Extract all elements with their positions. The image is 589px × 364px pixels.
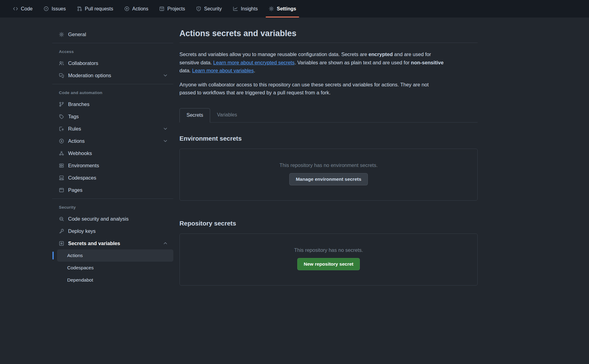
settings-sidebar: General Access Collaborators Moderation … xyxy=(52,28,173,286)
top-navigation: Code Issues Pull requests Actions Projec… xyxy=(0,0,589,17)
emphasis-text: non-sensitive xyxy=(411,60,444,65)
nav-tab-label: Pull requests xyxy=(85,6,114,12)
nav-tab-settings[interactable]: Settings xyxy=(265,0,300,17)
link-learn-more-about-variables[interactable]: Learn more about variables xyxy=(192,68,254,73)
sidebar-item-label: Deploy keys xyxy=(68,228,168,234)
gear-icon xyxy=(59,32,64,37)
git-pull-request-icon xyxy=(77,6,82,11)
sidebar-item-label: General xyxy=(68,32,168,37)
nav-tab-actions[interactable]: Actions xyxy=(121,0,152,17)
sidebar-item-label: Moderation options xyxy=(68,73,163,78)
environments-icon xyxy=(59,163,64,168)
nav-tab-issues[interactable]: Issues xyxy=(40,0,69,17)
sidebar-item-label: Code security and analysis xyxy=(68,216,168,222)
sidebar-item-label: Webhooks xyxy=(68,150,168,156)
nav-tab-label: Security xyxy=(204,6,222,12)
sidebar-divider xyxy=(52,43,173,43)
sidebar-item-environments[interactable]: Environments xyxy=(52,159,173,172)
sidebar-subitem-actions[interactable]: Actions xyxy=(57,249,173,262)
environment-secrets-box: This repository has no environment secre… xyxy=(179,149,478,201)
git-branch-icon xyxy=(59,102,64,107)
sidebar-item-general[interactable]: General xyxy=(52,28,173,40)
environment-secrets-empty-text: This repository has no environment secre… xyxy=(279,162,378,168)
comment-discussion-icon xyxy=(59,73,64,78)
nav-tab-pull-requests[interactable]: Pull requests xyxy=(73,0,117,17)
page-title: Actions secrets and variables xyxy=(179,28,478,43)
sidebar-item-webhooks[interactable]: Webhooks xyxy=(52,147,173,159)
sidebar-item-codespaces[interactable]: Codespaces xyxy=(52,172,173,184)
sidebar-item-deploy-keys[interactable]: Deploy keys xyxy=(52,225,173,237)
browser-icon xyxy=(59,188,64,193)
key-icon xyxy=(59,229,64,234)
asterisk-box-icon xyxy=(59,241,64,246)
table-icon xyxy=(159,6,164,11)
sidebar-item-tags[interactable]: Tags xyxy=(52,110,173,123)
sidebar-item-code-security-and-analysis[interactable]: Code security and analysis xyxy=(52,213,173,225)
sidebar-section-header-code-and-automation: Code and automation xyxy=(52,87,173,98)
repository-secrets-heading: Repository secrets xyxy=(179,220,478,227)
active-tab-underline xyxy=(266,17,299,17)
nav-tab-label: Projects xyxy=(167,6,185,12)
issue-opened-icon xyxy=(44,6,49,11)
sidebar-section-header-security: Security xyxy=(52,201,173,213)
sidebar-subitem-label: Dependabot xyxy=(67,277,93,283)
nav-tab-label: Actions xyxy=(132,6,148,12)
sidebar-item-collaborators[interactable]: Collaborators xyxy=(52,57,173,69)
sidebar-item-label: Rules xyxy=(68,126,163,132)
secrets-variables-tabs: Secrets Variables xyxy=(179,108,478,123)
nav-tab-label: Issues xyxy=(52,6,66,12)
sidebar-item-label: Collaborators xyxy=(68,60,168,66)
nav-tab-insights[interactable]: Insights xyxy=(229,0,261,17)
nav-tab-label: Settings xyxy=(277,6,296,12)
graph-icon xyxy=(233,6,238,11)
main-content: Actions secrets and variables Secrets an… xyxy=(179,28,478,286)
repository-secrets-box: This repository has no secrets. New repo… xyxy=(179,233,478,286)
sidebar-item-branches[interactable]: Branches xyxy=(52,98,173,110)
sidebar-item-actions[interactable]: Actions xyxy=(52,135,173,147)
sidebar-item-moderation-options[interactable]: Moderation options xyxy=(52,69,173,82)
sidebar-item-label: Branches xyxy=(68,101,168,107)
sidebar-subitem-codespaces[interactable]: Codespaces xyxy=(57,262,173,274)
chevron-up-icon[interactable] xyxy=(163,241,168,246)
repo-tab-list: Code Issues Pull requests Actions Projec… xyxy=(9,0,303,17)
play-icon xyxy=(59,138,64,144)
sidebar-item-label: Pages xyxy=(68,187,168,193)
sidebar-item-label: Tags xyxy=(68,114,168,119)
nav-tab-label: Insights xyxy=(241,6,258,12)
manage-environment-secrets-button[interactable]: Manage environment secrets xyxy=(289,173,368,185)
sidebar-subitem-label: Codespaces xyxy=(67,265,94,271)
chevron-down-icon[interactable] xyxy=(163,126,168,131)
people-icon xyxy=(59,61,64,66)
repository-secrets-empty-text: This repository has no secrets. xyxy=(294,247,363,253)
tab-variables[interactable]: Variables xyxy=(210,108,244,122)
nav-tab-security[interactable]: Security xyxy=(192,0,225,17)
environment-secrets-heading: Environment secrets xyxy=(179,135,478,142)
sidebar-subitem-dependabot[interactable]: Dependabot xyxy=(57,274,173,286)
emphasis-text: encrypted xyxy=(368,51,393,57)
new-repository-secret-button[interactable]: New repository secret xyxy=(297,258,360,270)
tag-icon xyxy=(59,114,64,119)
sidebar-item-label: Codespaces xyxy=(68,175,168,181)
sidebar-item-pages[interactable]: Pages xyxy=(52,184,173,196)
intro-paragraph: Secrets and variables allow you to manag… xyxy=(179,50,478,75)
chevron-down-icon[interactable] xyxy=(163,73,168,78)
active-item-indicator xyxy=(52,252,54,260)
sidebar-divider xyxy=(52,84,173,84)
code-icon xyxy=(13,6,18,11)
sidebar-item-rules[interactable]: Rules xyxy=(52,123,173,135)
sidebar-divider xyxy=(52,199,173,199)
sidebar-item-secrets-and-variables[interactable]: Secrets and variables xyxy=(52,237,173,249)
nav-tab-projects[interactable]: Projects xyxy=(156,0,189,17)
tab-secrets-label: Secrets xyxy=(187,112,203,118)
webhook-icon xyxy=(59,151,64,156)
codescan-icon xyxy=(59,216,64,222)
collaborator-note-paragraph: Anyone with collaborator access to this … xyxy=(179,81,478,97)
settings-layout: General Access Collaborators Moderation … xyxy=(0,17,589,286)
sidebar-item-label: Secrets and variables xyxy=(68,241,163,246)
tab-secrets[interactable]: Secrets xyxy=(179,108,210,123)
chevron-down-icon[interactable] xyxy=(163,138,168,143)
rules-icon xyxy=(59,126,64,131)
link-learn-more-about-encrypted-secrets[interactable]: Learn more about encrypted secrets xyxy=(213,60,294,65)
tab-variables-label: Variables xyxy=(217,112,237,118)
nav-tab-code[interactable]: Code xyxy=(9,0,36,17)
